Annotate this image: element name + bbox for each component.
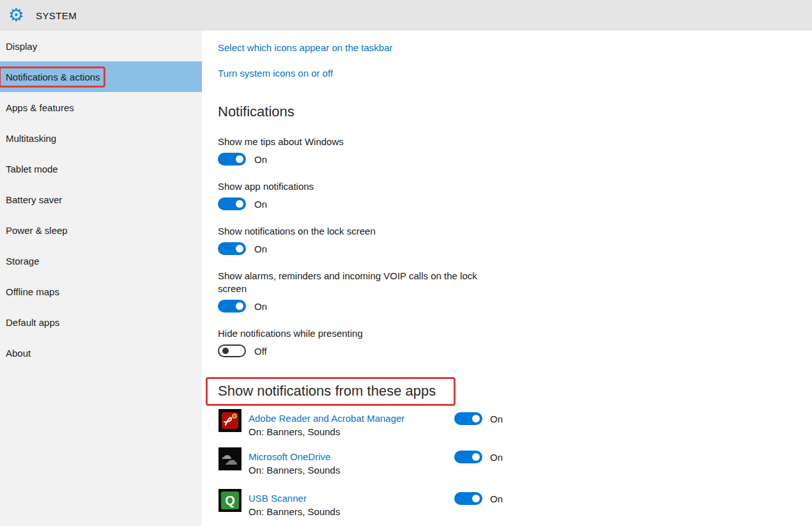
setting-show-app-notifications: Show app notifications On xyxy=(218,180,486,210)
header-bar: SYSTEM xyxy=(0,0,812,31)
toggle-knob xyxy=(236,245,243,252)
app-notification-detail: On: Banners, Sounds xyxy=(249,426,340,437)
toggle-app-onedrive[interactable] xyxy=(454,451,482,463)
settings-gear-icon xyxy=(1,6,31,24)
app-link-adobe-reader[interactable]: Adobe Reader and Acrobat Manager xyxy=(249,413,404,424)
setting-label: Show notifications on the lock screen xyxy=(218,225,481,238)
toggle-show-tips[interactable] xyxy=(218,153,246,166)
settings-window: { "app": { "title": "SYSTEM" }, "sidebar… xyxy=(0,0,812,526)
toggle-state-label: Off xyxy=(254,346,267,357)
setting-label: Show app notifications xyxy=(218,180,481,193)
sidebar-item-notifications-actions[interactable]: Notifications & actions xyxy=(0,61,202,92)
toggle-alarms-voip-lock-screen[interactable] xyxy=(218,300,246,313)
link-turn-system-icons[interactable]: Turn system icons on or off xyxy=(218,68,333,79)
setting-hide-while-presenting: Hide notifications while presenting Off xyxy=(218,327,486,357)
toggle-state-label: On xyxy=(254,244,267,254)
onedrive-icon xyxy=(218,447,241,470)
main-content: Select which icons appear on the taskbar… xyxy=(202,31,812,526)
setting-label: Show me tips about Windows xyxy=(218,135,481,148)
app-row-usb-scanner: Q USB Scanner On: Banners, Sounds On xyxy=(218,489,551,514)
toggle-state-label: On xyxy=(490,493,503,504)
app-link-onedrive[interactable]: Microsoft OneDrive xyxy=(249,451,330,462)
sidebar-item-about[interactable]: About xyxy=(0,337,202,368)
toggle-knob xyxy=(236,200,243,208)
sidebar-item-battery-saver[interactable]: Battery saver xyxy=(0,184,202,215)
sidebar-item-offline-maps[interactable]: Offline maps xyxy=(0,276,202,307)
toggle-state-label: On xyxy=(490,414,503,424)
apps-notifications-heading: Show notifications from these apps xyxy=(218,383,436,399)
adobe-reader-icon xyxy=(218,409,241,432)
toggle-knob xyxy=(472,495,480,502)
toggle-state-label: On xyxy=(490,452,503,463)
usb-scanner-icon: Q xyxy=(218,489,241,512)
toggle-knob xyxy=(472,453,480,461)
notifications-heading: Notifications xyxy=(218,104,295,120)
toggle-lock-screen-notifications[interactable] xyxy=(218,242,246,255)
sidebar-item-apps-features[interactable]: Apps & features xyxy=(0,92,202,123)
link-select-taskbar-icons[interactable]: Select which icons appear on the taskbar xyxy=(218,42,393,53)
sidebar-item-display[interactable]: Display xyxy=(0,31,202,61)
setting-alarms-voip-lock-screen: Show alarms, reminders and incoming VOIP… xyxy=(218,270,486,313)
toggle-state-label: On xyxy=(254,301,267,312)
toggle-state-label: On xyxy=(254,154,267,165)
sidebar-item-tablet-mode[interactable]: Tablet mode xyxy=(0,153,202,184)
sidebar: Display Notifications & actions Apps & f… xyxy=(0,31,202,526)
sidebar-item-multitasking[interactable]: Multitasking xyxy=(0,123,202,153)
toggle-knob xyxy=(236,155,243,163)
app-notification-detail: On: Banners, Sounds xyxy=(249,506,340,517)
setting-lock-screen-notifications: Show notifications on the lock screen On xyxy=(218,225,486,255)
app-notification-detail: On: Banners, Sounds xyxy=(249,465,340,476)
toggle-knob xyxy=(472,415,480,422)
toggle-app-adobe-reader[interactable] xyxy=(454,412,482,425)
app-link-usb-scanner[interactable]: USB Scanner xyxy=(249,493,307,504)
setting-label: Show alarms, reminders and incoming VOIP… xyxy=(218,270,481,295)
usb-scanner-letter: Q xyxy=(221,491,239,509)
setting-label: Hide notifications while presenting xyxy=(218,327,481,340)
app-row-onedrive: Microsoft OneDrive On: Banners, Sounds O… xyxy=(218,447,551,473)
toggle-knob xyxy=(222,348,229,354)
toggle-app-usb-scanner[interactable] xyxy=(454,492,482,505)
toggle-knob xyxy=(236,302,243,310)
sidebar-item-storage[interactable]: Storage xyxy=(0,245,202,276)
setting-show-tips: Show me tips about Windows On xyxy=(218,135,486,166)
sidebar-item-default-apps[interactable]: Default apps xyxy=(0,307,202,337)
toggle-state-label: On xyxy=(254,199,267,210)
sidebar-item-power-sleep[interactable]: Power & sleep xyxy=(0,215,202,245)
page-title: SYSTEM xyxy=(36,10,77,21)
toggle-show-app-notifications[interactable] xyxy=(218,197,246,210)
app-row-adobe-reader: Adobe Reader and Acrobat Manager On: Ban… xyxy=(218,409,551,435)
cloud-icon xyxy=(224,453,238,468)
toggle-hide-while-presenting[interactable] xyxy=(218,344,246,357)
